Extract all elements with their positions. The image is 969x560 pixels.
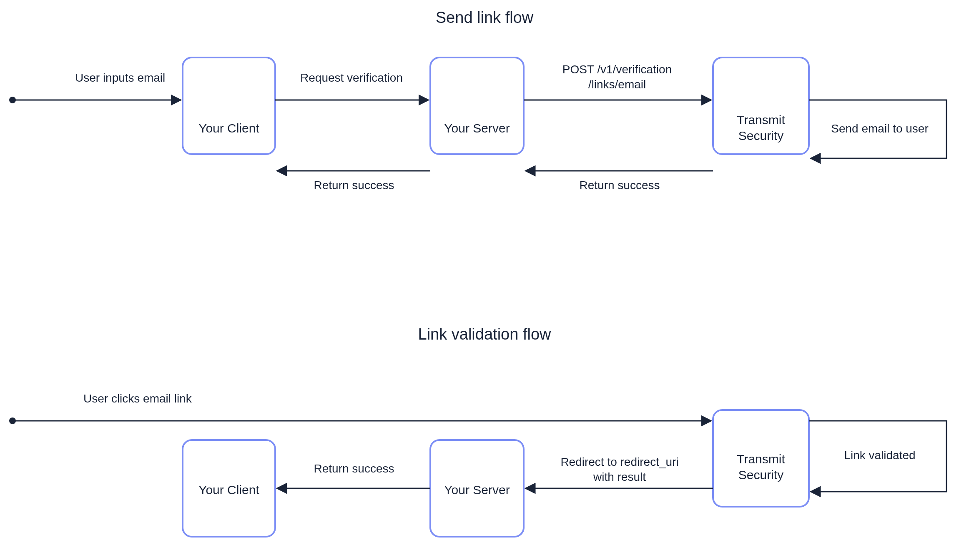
node-transmit-2-label-line2: Security bbox=[738, 468, 783, 482]
node-client-1-label: Your Client bbox=[198, 121, 259, 135]
flow2-title: Link validation flow bbox=[418, 325, 552, 343]
label-return-2: Return success bbox=[314, 462, 394, 475]
node-transmit-2-label-line1: Transmit bbox=[737, 452, 785, 466]
node-transmit-1-label-line2: Security bbox=[738, 129, 783, 142]
label-click-2: User clicks email link bbox=[83, 392, 192, 405]
label-post-1-line1: POST /v1/verification bbox=[562, 63, 672, 76]
label-redirect-2-line1: Redirect to redirect_uri bbox=[560, 455, 678, 468]
label-redirect-2-line2: with result bbox=[593, 470, 646, 483]
node-client-1 bbox=[183, 58, 275, 154]
diagram-canvas: Send link flow Your Client Your Server T… bbox=[0, 0, 969, 560]
node-server-1 bbox=[430, 58, 524, 154]
label-selfloop-2: Link validated bbox=[844, 449, 915, 462]
label-return-ts-sv-1: Return success bbox=[580, 179, 660, 192]
label-selfloop-1: Send email to user bbox=[831, 122, 928, 135]
label-return-sv-cl-1: Return success bbox=[314, 179, 394, 192]
label-input-1: User inputs email bbox=[75, 71, 165, 84]
node-server-2-label: Your Server bbox=[444, 483, 510, 497]
flow1-title: Send link flow bbox=[436, 9, 534, 26]
node-transmit-1-label-line1: Transmit bbox=[737, 113, 785, 127]
node-client-2-label: Your Client bbox=[198, 483, 259, 497]
label-post-1-line2: /links/email bbox=[588, 78, 646, 91]
label-request-1: Request verification bbox=[300, 71, 403, 84]
node-server-1-label: Your Server bbox=[444, 121, 510, 135]
